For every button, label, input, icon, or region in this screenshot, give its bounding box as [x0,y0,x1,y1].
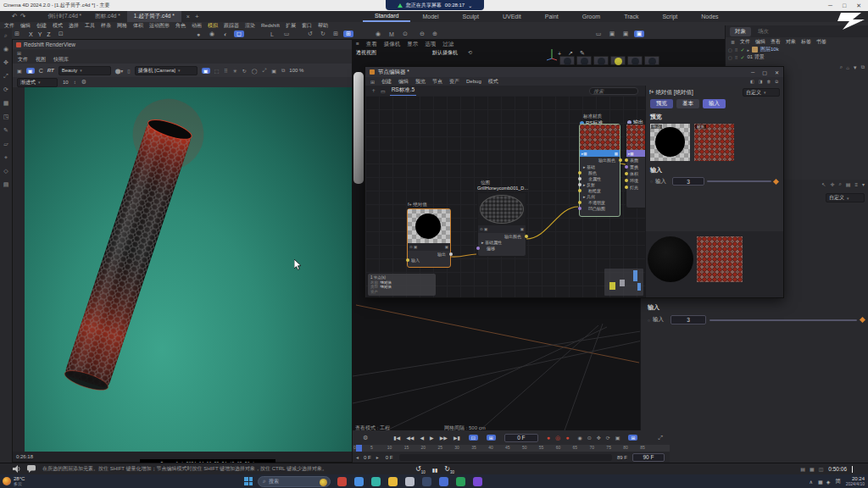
tab-takes[interactable]: 场次 [758,28,769,36]
layout-tab[interactable]: Paint [533,11,570,22]
axis-lock-button[interactable]: Y [38,31,42,37]
box-tool-icon[interactable]: ▭ [281,30,292,37]
ime-indicator[interactable]: 简 [835,478,841,485]
layout-tab[interactable]: Standard [363,11,410,22]
taskbar-app-icon[interactable] [388,477,398,486]
input-value-field[interactable]: 3 [670,315,706,324]
object-manager-menu-item[interactable]: 查看 [771,38,781,46]
zoom-level[interactable]: 100 % [289,68,303,73]
layout-tab[interactable]: Sculpt [451,11,491,22]
l-tool-icon[interactable]: L [267,31,277,37]
object-name[interactable]: 图层10k [760,46,779,53]
graph-minimap[interactable] [604,269,643,296]
node-editor-menu-item[interactable]: 预览 [415,78,426,86]
progressive-dropdown[interactable]: 渐进式▾ [17,78,58,87]
layer-chip-icon[interactable]: ▢ [728,47,732,53]
input-value-field[interactable]: 3 [672,177,704,186]
slider-handle[interactable] [860,317,865,323]
output-port-row[interactable]: 灯光 [626,184,645,191]
panel-corner-icon[interactable]: ⧉ [775,79,778,85]
preset-dropdown[interactable]: 自定义▾ [826,193,865,202]
viewport-menu-item[interactable]: 摄像机 [384,41,401,48]
node-editor-menu-item[interactable]: 节点 [432,78,442,86]
attribute-header-icon[interactable]: ⌕ [838,181,841,187]
attribute-header-icon[interactable]: ▤ [846,181,851,187]
minimize-button[interactable]: ─ [751,69,754,75]
object-manager-corner-icon[interactable]: ▼ [853,65,858,70]
ab-compare-icon[interactable]: ▣ [26,68,35,74]
material-thumbnail[interactable] [610,56,626,65]
panel-corner-icon[interactable]: ◨ [759,79,763,84]
bitmap-node[interactable]: ⊙ ▣▣ 输出颜色 ▸ 基础属性 偏移 [477,192,526,257]
tray-icon[interactable]: ◈ [826,479,831,485]
output-port[interactable] [525,235,528,238]
layout-tab[interactable]: Script [650,11,689,22]
input-slider[interactable] [709,319,857,321]
output-port-row[interactable]: 体积 [626,170,645,177]
range-total-field[interactable]: 90 F [632,453,665,462]
tool-icon[interactable]: ◳ [3,114,9,119]
input-port[interactable] [578,183,581,186]
output-node[interactable]: ▸▦▦ 表面 置换 体积 [626,124,645,208]
keyframe-toggle[interactable]: ◉ [577,435,581,441]
camera-lock-icon[interactable]: ▣ [202,68,210,74]
node-editor-menu-item[interactable]: 模式 [488,78,498,86]
tool-icon[interactable]: ⟳ [3,86,8,92]
timeline-settings-icon[interactable]: ⚙ [363,435,368,441]
node-option-icon[interactable]: ▣ [520,227,524,231]
bitmap-port-row[interactable]: ▸ 基础属性 [478,239,526,245]
standard-port-row[interactable]: 颜色 [580,169,620,175]
coord-system-icon[interactable]: ⊡ [56,30,66,37]
standard-port-row[interactable]: ▸ 几何 [580,193,620,199]
object-manager-corner-icon[interactable]: ⌂ [846,65,849,70]
standard-port-row[interactable]: ▸ 基础 [580,164,620,169]
close-button[interactable]: ✕ [775,69,779,75]
layout-tab[interactable]: Track [612,11,650,22]
camera-dropdown[interactable]: 摄像机 [Camera]▾ [135,66,198,75]
loop-toggle-icon[interactable]: ⊡ [469,435,478,441]
input-port[interactable] [625,179,628,182]
region-icon[interactable]: ▯ [127,68,130,74]
object-manager-menu-item[interactable]: 对象 [786,38,796,46]
input-port[interactable] [578,189,581,192]
abs-value-node[interactable]: ⊙ ▣▣ 输出 输入 [407,208,451,268]
aov-icon[interactable]: ⬤▾ [115,68,124,74]
keyframe-toggle[interactable]: ▣ [615,435,620,441]
dock-grip-icon[interactable]: ⊞ [17,50,21,56]
speaker-icon[interactable] [13,465,20,473]
autokey-icon[interactable]: ⊞ [628,435,637,441]
transport-button[interactable]: ◀ [420,435,424,441]
axis-lock-button[interactable]: Z [47,31,50,37]
input-port[interactable] [578,177,581,180]
input-port[interactable] [476,247,480,250]
viewport-menu-item[interactable]: 过滤 [442,41,453,48]
sound-toggle-icon[interactable]: ⊞ [487,435,496,441]
attribute-header-icon[interactable]: ✛ [830,181,834,187]
tab-objects[interactable]: 对象 [730,27,751,36]
misc-button[interactable]: ◉ [373,30,383,37]
bitmap-port-row[interactable]: 偏移 [478,245,526,251]
slider-handle[interactable] [773,178,779,184]
frame-inc-icon[interactable]: ▸ [376,454,379,460]
large-node-preview[interactable] [648,236,693,282]
taskbar-app-icon[interactable] [337,477,347,486]
enabled-check-icon[interactable]: ✓ [740,54,744,60]
expand-arrow-icon[interactable]: ▸ [747,47,749,53]
taskbar-app-icon[interactable] [473,477,482,486]
material-preview-thumb[interactable]: 材质 [694,124,734,161]
input-port[interactable] [578,171,581,175]
standard-material-node[interactable]: ▸▦▦ 输出颜色 ▸ 基础 颜色 [579,124,620,217]
start-button[interactable] [244,477,253,485]
history-button[interactable]: ↻ [318,30,328,37]
weather-widget[interactable]: 28°C 多云 [3,476,25,486]
tool-icon[interactable]: ◉ [3,46,8,52]
layout-tab[interactable]: Groom [570,11,612,22]
node-editor-menu-item[interactable]: 资产 [449,78,459,86]
panel-corner-icon[interactable]: 🗑 [766,79,771,84]
input-port[interactable] [625,158,628,162]
input-port[interactable] [625,165,628,169]
menu-item[interactable]: Redshift [261,23,280,28]
viewport-menu-item[interactable]: 显示 [407,41,418,48]
node-editor-menu-item[interactable]: 创建 [381,78,392,86]
timeline-ruler[interactable]: 0510152025303540455055606570758085 [353,445,670,452]
